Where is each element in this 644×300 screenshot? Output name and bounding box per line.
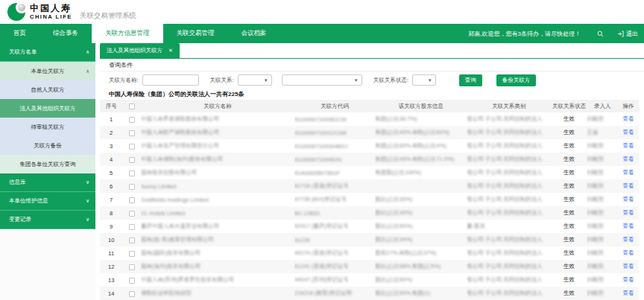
row-index: 14 xyxy=(100,287,122,300)
sidebar-item-legal-person-active[interactable]: 法人及其他组织关联方 xyxy=(0,99,95,118)
sidebar-item-pending-review[interactable]: 待审核关联方 xyxy=(0,118,95,136)
row-checkbox[interactable] xyxy=(129,130,135,136)
table-row: 2中国人寿财产保险股份有限公司91100007109121GM集团(占比40%,… xyxy=(100,126,639,139)
view-link[interactable]: 查看 xyxy=(622,169,634,176)
row-checkbox[interactable] xyxy=(129,224,135,230)
relation-select[interactable]: ▼ xyxy=(238,74,272,86)
view-link[interactable]: 查看 xyxy=(622,129,634,135)
view-link[interactable]: 查看 xyxy=(622,223,634,229)
view-link[interactable]: 查看 xyxy=(622,290,634,296)
sidebar-item-backup[interactable]: 关联方备份 xyxy=(0,136,95,155)
main-content: 法人及其他组织关联方 ✕ 查询条件 关联方名称: 关联关系: ▼ ▼ 关联关系状… xyxy=(95,43,644,300)
row-checkbox[interactable] xyxy=(129,157,135,163)
select-all-checkbox[interactable] xyxy=(129,103,135,109)
party-code: 91A000055735GF xyxy=(294,170,340,176)
result-count-title: 中国人寿保险（集团）公司的关联法人一共有225条 xyxy=(100,89,644,100)
view-link[interactable]: 查看 xyxy=(622,196,634,202)
shareholder-info: 股比(占比50%) xyxy=(375,223,412,229)
row-checkbox[interactable] xyxy=(129,197,135,203)
brand-text: 中国人寿 CHINA LIFE xyxy=(30,4,72,20)
nav-item-meeting-archives[interactable]: 会议档案 xyxy=(228,24,280,43)
sidebar-item-related-party-list[interactable]: 关联方名单∧ xyxy=(0,43,95,62)
relation-category: 母公司 子公司 共同控制的法人 xyxy=(467,129,543,135)
row-index: 9 xyxy=(100,220,122,233)
logout-icon xyxy=(617,31,624,37)
dropdown-arrow-icon: ▼ xyxy=(354,78,359,83)
row-index: 7 xyxy=(100,193,122,206)
view-link[interactable]: 查看 xyxy=(622,249,634,256)
relation-status-select[interactable]: ▼ xyxy=(412,74,436,86)
entry-person: 刘晓慧 xyxy=(587,290,604,296)
relation-status: 生效 xyxy=(552,273,587,287)
logout-button[interactable]: 退出 xyxy=(617,30,638,38)
sidebar-item-group-units-query[interactable]: 集团各单位关联方查询 xyxy=(0,155,95,173)
relation-status: 生效 xyxy=(552,179,587,193)
tab-close-icon[interactable]: ✕ xyxy=(168,48,173,54)
table-row: 7Goldfields Holdings Limited47735 (BVI)登… xyxy=(100,193,639,206)
search-button[interactable]: 查询 xyxy=(459,74,482,86)
sidebar-item-unit-maintained-info[interactable]: 本单位维护信息∨ xyxy=(0,192,95,211)
row-index: 3 xyxy=(100,139,122,153)
nav-item-home[interactable]: 首页 xyxy=(0,24,40,43)
entry-person: 刘晓慧 xyxy=(587,236,604,243)
view-link[interactable]: 查看 xyxy=(622,209,634,216)
row-checkbox[interactable] xyxy=(129,117,135,123)
relation-sub-select[interactable]: ▼ xyxy=(282,74,362,86)
row-checkbox[interactable] xyxy=(129,144,135,150)
relation-category: 母公司 子公司 共同控制的法人 xyxy=(467,169,543,176)
col-relation-category: 关联关系类别 xyxy=(467,100,551,112)
row-checkbox[interactable] xyxy=(129,264,135,270)
relation-category: 母公司 子公司 共同控制的法人 xyxy=(467,115,543,122)
sidebar-item-our-unit-related-parties[interactable]: 本单位关联方∧ xyxy=(0,62,95,80)
view-link[interactable]: 查看 xyxy=(622,115,634,122)
shareholder-info: 股比(占比34%) xyxy=(375,236,412,243)
relation-category: 母公司 子公司 共同控制的法人 xyxy=(467,290,543,296)
relation-status-label: 关联关系状态: xyxy=(373,77,408,84)
shareholder-info: 股比(占比50%,集团(1) xyxy=(375,290,430,296)
row-checkbox[interactable] xyxy=(129,278,135,284)
view-link[interactable]: 查看 xyxy=(622,156,634,162)
row-checkbox[interactable] xyxy=(129,170,135,176)
row-checkbox[interactable] xyxy=(129,237,135,243)
query-section-title: 查询条件 xyxy=(100,59,644,71)
relation-status: 生效 xyxy=(552,166,587,179)
row-checkbox[interactable] xyxy=(129,211,135,217)
relation-status: 生效 xyxy=(552,126,587,139)
nav-item-related-party-info[interactable]: 关联方信息管理 xyxy=(92,24,163,43)
nav-item-related-transactions[interactable]: 关联交易管理 xyxy=(163,24,228,43)
brand-name-en: CHINA LIFE xyxy=(30,14,72,20)
relation-category: 母公司 子公司 共同控制的法人 xyxy=(467,263,543,269)
backup-related-party-button[interactable]: 备份关联方 xyxy=(496,74,537,86)
party-code: 91100007109362CM xyxy=(294,116,347,123)
row-index: 11 xyxy=(100,246,122,260)
shareholder-info: 股权17%,寿险(占比37%) xyxy=(375,249,436,256)
row-index: 13 xyxy=(100,273,122,287)
view-link[interactable]: 查看 xyxy=(622,263,634,269)
row-index: 12 xyxy=(100,260,122,273)
party-code: 61718 (香港)登记证号 xyxy=(294,182,349,189)
table-row: 4中国人寿保险(海外)股份有限公司91100007109452N集团(占比45%… xyxy=(100,153,639,166)
main-navbar: 首页 综合事务 关联方信息管理 关联交易管理 会议档案 郑惠,欢迎您，您有3条待… xyxy=(0,24,644,43)
sidebar-item-info-library[interactable]: 信息库∨ xyxy=(0,173,95,192)
relation-status: 生效 xyxy=(552,193,587,206)
nav-item-general-affairs[interactable]: 综合事务 xyxy=(40,24,92,43)
table-row: 3中国人寿资产管理有限责任公司91100007109344BXJ集团(占比60%… xyxy=(100,139,639,153)
row-checkbox[interactable] xyxy=(129,251,135,257)
view-link[interactable]: 查看 xyxy=(622,276,634,283)
system-title: 关联交易管理系统 xyxy=(80,11,136,21)
view-link[interactable]: 查看 xyxy=(622,236,634,243)
sidebar-item-natural-person[interactable]: 自然人关联方 xyxy=(0,80,95,99)
row-checkbox[interactable] xyxy=(129,291,135,297)
table-row: 14保险职业学院培训部216218 (教育)登记证明股比(占比50%,集团(1)… xyxy=(100,287,639,300)
view-link[interactable]: 查看 xyxy=(622,142,634,149)
tab-legal-person-related-parties[interactable]: 法人及其他组织关联方 ✕ xyxy=(100,43,180,58)
relation-category: 重·股东 xyxy=(467,223,485,229)
entry-person: 刘晓慧 xyxy=(587,115,604,122)
search-icon[interactable] xyxy=(597,31,604,37)
row-checkbox[interactable] xyxy=(129,184,135,190)
party-name-input[interactable] xyxy=(142,74,199,86)
party-name: Sunny Limited xyxy=(141,183,177,190)
sidebar-item-change-records[interactable]: 变更记录∨ xyxy=(0,211,95,229)
row-index: 1 xyxy=(100,112,122,126)
view-link[interactable]: 查看 xyxy=(622,182,634,189)
